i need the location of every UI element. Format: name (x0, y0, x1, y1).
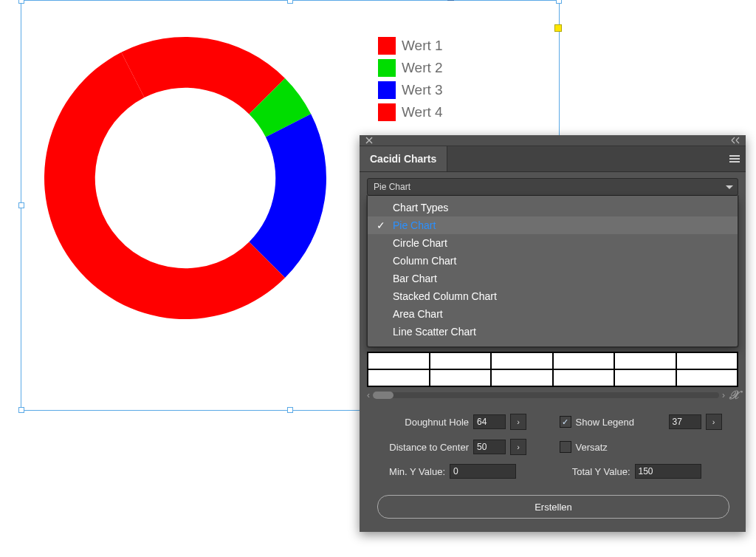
chart-type-dropdown[interactable]: Pie Chart (367, 178, 738, 196)
panel-menu-button[interactable] (724, 146, 746, 171)
legend-label: Wert 3 (402, 82, 443, 98)
resize-handle-middle-top[interactable] (287, 0, 293, 4)
offset-checkbox[interactable] (560, 441, 571, 453)
show-legend-input[interactable] (669, 414, 701, 429)
generate-row: Erstellen (360, 488, 746, 532)
chart-type-dropdown-list[interactable]: Chart TypesPie ChartCircle ChartColumn C… (367, 196, 738, 347)
resize-handle-bottom-left[interactable] (18, 407, 24, 413)
distance-to-center-stepper[interactable]: › (510, 439, 526, 455)
data-grid-scrollbar[interactable]: ‹ › 𝒳 (367, 390, 738, 400)
data-grid-preview[interactable] (367, 352, 738, 387)
scrollbar-thumb[interactable] (373, 392, 394, 399)
rotate-handle-top[interactable] (447, 0, 454, 1)
resize-handle-top-right[interactable] (556, 0, 562, 4)
donut-slice[interactable] (121, 37, 285, 115)
donut-slice[interactable] (249, 114, 326, 278)
legend-swatch (378, 59, 396, 77)
clear-data-button[interactable]: 𝒳 (728, 390, 738, 400)
panel-topbar[interactable] (360, 135, 746, 146)
legend-item: Wert 1 (378, 37, 443, 55)
legend-label: Wert 4 (402, 104, 443, 120)
show-legend-row: Show Legend › (560, 414, 726, 430)
collapse-panel-icon[interactable] (729, 136, 743, 145)
chart-type-selected-label: Pie Chart (374, 182, 410, 192)
doughnut-hole-stepper[interactable]: › (510, 414, 526, 430)
chart-type-option[interactable]: Area Chart (368, 305, 738, 323)
total-y-label: Total Y Value: (560, 466, 630, 477)
distance-to-center-label: Distance to Center (380, 442, 469, 453)
show-legend-label: Show Legend (576, 417, 664, 428)
scrollbar-track[interactable] (373, 392, 719, 398)
doughnut-hole-label: Doughnut Hole (380, 417, 469, 428)
doughnut-hole-input[interactable] (473, 414, 506, 429)
panel-tab-cacidi-charts[interactable]: Cacidi Charts (360, 146, 447, 171)
resize-handle-middle-bottom[interactable] (287, 407, 293, 413)
chart-settings: Doughnut Hole › Show Legend › Distance t… (360, 400, 746, 488)
resize-handle-top-left[interactable] (18, 0, 24, 4)
total-y-input[interactable] (635, 464, 701, 479)
min-y-row: Min. Y Value: (380, 464, 546, 479)
legend-item: Wert 2 (378, 59, 443, 77)
chart-type-option[interactable]: Bar Chart (368, 270, 738, 287)
generate-button-label: Erstellen (535, 502, 572, 513)
legend-swatch (378, 81, 396, 99)
panel-tabbar: Cacidi Charts (360, 146, 746, 172)
offset-row: Versatz (560, 439, 726, 455)
legend-label: Wert 1 (402, 38, 443, 54)
min-y-label: Min. Y Value: (380, 466, 445, 477)
legend-item: Wert 3 (378, 81, 443, 99)
generate-button[interactable]: Erstellen (377, 495, 729, 519)
chart-type-option[interactable]: Column Chart (368, 252, 738, 270)
chart-type-option[interactable]: Pie Chart (368, 216, 738, 234)
chart-type-option[interactable]: Circle Chart (368, 234, 738, 252)
min-y-input[interactable] (450, 464, 516, 479)
legend-label: Wert 2 (402, 60, 443, 76)
close-panel-button[interactable] (362, 136, 376, 145)
show-legend-stepper[interactable]: › (706, 414, 722, 430)
offset-label: Versatz (576, 442, 664, 453)
chart-type-option[interactable]: Line Scatter Chart (368, 323, 738, 341)
scroll-right-icon[interactable]: › (722, 390, 725, 400)
cacidi-charts-panel[interactable]: Cacidi Charts Pie Chart Chart TypesPie C… (360, 135, 746, 532)
resize-handle-middle-left[interactable] (18, 202, 24, 208)
total-y-row: Total Y Value: (560, 464, 726, 479)
legend-swatch (378, 103, 396, 121)
hamburger-icon (729, 155, 740, 163)
donut-chart[interactable] (44, 37, 326, 319)
distance-to-center-row: Distance to Center › (380, 439, 546, 455)
legend-item: Wert 4 (378, 103, 443, 121)
chart-type-option[interactable]: Stacked Column Chart (368, 287, 738, 305)
scroll-left-icon[interactable]: ‹ (367, 390, 370, 400)
legend-swatch (378, 37, 396, 55)
chevron-down-icon (726, 185, 733, 189)
panel-tab-label: Cacidi Charts (370, 153, 436, 165)
chart-types-heading: Chart Types (368, 199, 738, 216)
show-legend-checkbox[interactable] (560, 416, 571, 428)
content-grabber-handle[interactable] (554, 24, 562, 32)
doughnut-hole-row: Doughnut Hole › (380, 414, 546, 430)
chart-legend: Wert 1Wert 2Wert 3Wert 4 (378, 37, 443, 121)
distance-to-center-input[interactable] (473, 440, 506, 454)
